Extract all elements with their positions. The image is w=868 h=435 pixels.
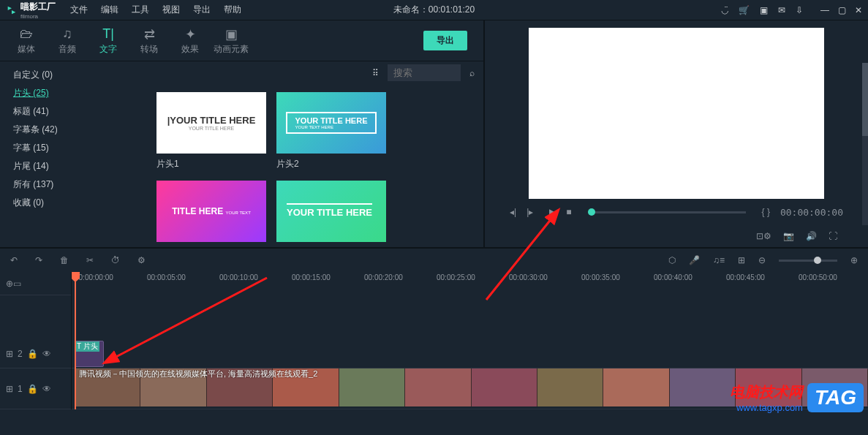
scrubber[interactable] — [588, 211, 746, 213]
cut-icon[interactable]: ✂ — [86, 255, 94, 265]
timeline-toolbar: ↶ ↷ 🗑 ✂ ⏱ ⚙ ⬡ 🎤 ♫≡ ⊞ ⊖ ⊕ — [0, 247, 868, 272]
mail-icon[interactable]: ✉ — [778, 5, 785, 15]
preview-canvas[interactable] — [529, 28, 824, 199]
mixer-icon[interactable]: ♫≡ — [713, 255, 725, 265]
asset-thumb: |YOUR TITLE HEREYOUR TITLE HERE — [156, 92, 266, 154]
add-track-button[interactable]: ⊕▭ — [0, 272, 71, 295]
delete-icon[interactable]: 🗑 — [60, 255, 69, 265]
asset-thumb: YOUR TITLE HERE — [276, 181, 386, 242]
stop-icon[interactable]: ■ — [566, 207, 571, 217]
tab-element[interactable]: ▣动画元素 — [211, 26, 252, 56]
app-name: 喵影工厂 — [20, 1, 56, 13]
tab-audio[interactable]: ♫音频 — [47, 26, 88, 56]
app-subname: filmora — [20, 13, 56, 20]
app-logo: 喵影工厂 filmora — [6, 1, 56, 20]
time-ruler[interactable]: 00:00:00:00 00:00:05:00 00:00:10:00 00:0… — [72, 272, 868, 295]
menu-tools[interactable]: 工具 — [132, 4, 149, 16]
text-track[interactable]: T 片头 — [72, 339, 868, 368]
search-icon[interactable]: ⌕ — [469, 68, 475, 78]
sidebar-item-favorites[interactable]: 收藏 (0) — [0, 194, 146, 212]
scrollbar[interactable] — [862, 63, 868, 225]
sidebar-item-all[interactable]: 所有 (137) — [0, 175, 146, 194]
asset-thumb: TITLE HERE YOUR TEXT — [156, 181, 266, 242]
sidebar-item-custom[interactable]: 自定义 (0) — [0, 66, 146, 84]
transition-icon: ⇄ — [144, 26, 155, 41]
tab-text[interactable]: T|文字 — [88, 26, 129, 56]
track-number: 2 — [18, 349, 23, 359]
tab-effect[interactable]: ✦效果 — [170, 26, 211, 56]
text-icon: T| — [102, 26, 114, 41]
library-panel: 🗁媒体 ♫音频 T|文字 ⇄转场 ✦效果 ▣动画元素 导出 自定义 (0) 片头… — [0, 20, 485, 247]
speed-icon[interactable]: ⏱ — [111, 255, 120, 265]
asset-label: 片头2 — [276, 158, 386, 170]
undo-icon[interactable]: ↶ — [10, 255, 18, 265]
zoom-in-icon[interactable]: ⊕ — [850, 255, 858, 265]
maximize-icon[interactable]: ▢ — [838, 5, 846, 15]
track-type-icon: ⊞ — [6, 349, 13, 359]
close-icon[interactable]: ✕ — [855, 5, 862, 15]
menu-view[interactable]: 视图 — [162, 4, 180, 16]
cart-icon[interactable]: 🛒 — [739, 5, 750, 15]
minimize-icon[interactable]: — — [820, 5, 829, 15]
visibility-icon[interactable]: 👁 — [42, 349, 51, 359]
visibility-icon[interactable]: 👁 — [42, 384, 51, 394]
marker-icon[interactable]: ⬡ — [668, 255, 676, 265]
track-number: 1 — [18, 384, 23, 394]
category-sidebar: 自定义 (0) 片头 (25) 标题 (41) 字幕条 (42) 字幕 (15)… — [0, 61, 146, 247]
preview-panel: ◂| |▸ ▶ ■ { } 00:00:00:00 ⊡⚙ 📷 🔊 ⛶ — [485, 20, 868, 247]
lock-icon[interactable]: 🔒 — [27, 384, 38, 394]
render-icon[interactable]: ⊞ — [738, 255, 745, 265]
play-icon[interactable]: ▶ — [549, 207, 556, 217]
zoom-slider[interactable] — [779, 260, 837, 262]
sidebar-item-titles[interactable]: 标题 (41) — [0, 102, 146, 121]
record-icon[interactable]: 🎤 — [689, 255, 700, 265]
user-icon[interactable]: ◡̈ — [721, 5, 728, 15]
quality-icon[interactable]: ⊡⚙ — [756, 231, 771, 241]
title-bar: 喵影工厂 filmora 文件 编辑 工具 视图 导出 帮助 未命名：00:01… — [0, 0, 868, 20]
export-button[interactable]: 导出 — [423, 31, 467, 50]
playhead[interactable] — [75, 272, 76, 409]
sidebar-item-lowerthirds[interactable]: 字幕条 (42) — [0, 121, 146, 139]
music-icon: ♫ — [62, 26, 72, 41]
menu-help[interactable]: 帮助 — [224, 4, 241, 16]
watermark: 电脑技术网 www.tagxp.com TAG — [730, 382, 864, 413]
zoom-out-icon[interactable]: ⊖ — [758, 255, 766, 265]
folder-icon: 🗁 — [20, 26, 33, 41]
redo-icon[interactable]: ↷ — [35, 255, 42, 265]
tab-media[interactable]: 🗁媒体 — [6, 26, 47, 56]
menu-export[interactable]: 导出 — [193, 4, 211, 16]
menu-bar: 文件 编辑 工具 视图 导出 帮助 — [70, 4, 241, 16]
library-tabs: 🗁媒体 ♫音频 T|文字 ⇄转场 ✦效果 ▣动画元素 导出 — [0, 20, 483, 61]
menu-file[interactable]: 文件 — [70, 4, 88, 16]
track-header-text[interactable]: ⊞ 2 🔒 👁 — [0, 339, 71, 368]
element-icon: ▣ — [225, 26, 238, 41]
track-type-icon: ⊞ — [6, 384, 13, 394]
project-title: 未命名：00:01:01:20 — [393, 4, 475, 16]
asset-item[interactable]: TITLE HERE YOUR TEXT — [156, 181, 266, 242]
save-icon[interactable]: ▣ — [760, 5, 768, 15]
tab-transition[interactable]: ⇄转场 — [129, 26, 170, 56]
prev-frame-icon[interactable]: ◂| — [510, 207, 516, 217]
fullscreen-icon[interactable]: ⛶ — [829, 231, 837, 241]
asset-item[interactable]: YOUR TITLE HEREYOUR TEXT HERE 片头2 — [276, 92, 386, 170]
asset-item[interactable]: YOUR TITLE HERE — [276, 181, 386, 242]
markers-icon[interactable]: { } — [762, 207, 770, 217]
asset-label: 片头1 — [156, 158, 266, 170]
mic-icon[interactable]: ⇩ — [796, 5, 803, 15]
adjust-icon[interactable]: ⚙ — [137, 255, 146, 265]
titlebar-right: ◡̈ 🛒 ▣ ✉ ⇩ — ▢ ✕ — [721, 5, 862, 15]
sidebar-item-endings[interactable]: 片尾 (14) — [0, 157, 146, 175]
search-input[interactable] — [388, 64, 461, 81]
lock-icon[interactable]: 🔒 — [27, 349, 38, 359]
track-header-video[interactable]: ⊞ 1 🔒 👁 — [0, 368, 71, 409]
snapshot-icon[interactable]: 📷 — [783, 231, 794, 241]
sidebar-item-subtitles[interactable]: 字幕 (15) — [0, 139, 146, 157]
sidebar-item-openers[interactable]: 片头 (25) — [0, 84, 146, 102]
volume-icon[interactable]: 🔊 — [806, 231, 817, 241]
grid-view-icon[interactable]: ⠿ — [372, 68, 379, 78]
next-frame-icon[interactable]: |▸ — [527, 207, 533, 217]
menu-edit[interactable]: 编辑 — [101, 4, 118, 16]
text-clip[interactable]: T 片头 — [75, 341, 104, 367]
asset-thumb: YOUR TITLE HEREYOUR TEXT HERE — [276, 92, 386, 154]
asset-item[interactable]: |YOUR TITLE HEREYOUR TITLE HERE 片头1 — [156, 92, 266, 170]
